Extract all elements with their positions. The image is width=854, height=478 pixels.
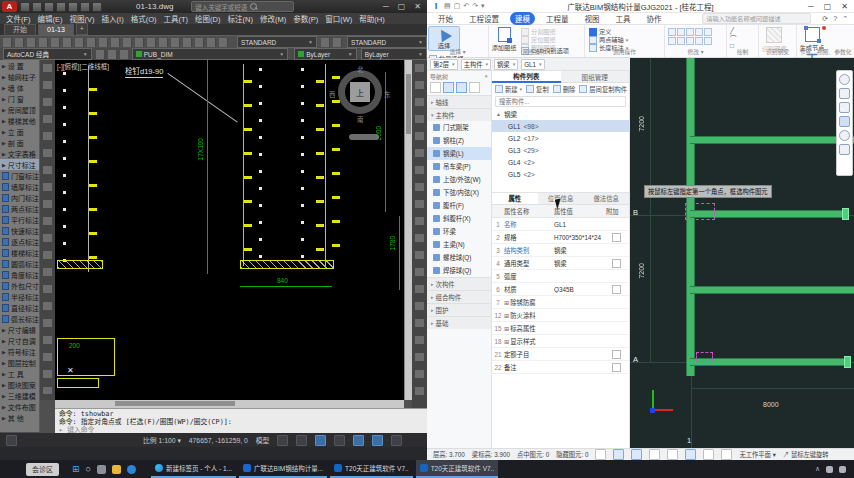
- palette-item[interactable]: ▶ 弧长标注: [0, 313, 39, 324]
- rotate-icon[interactable]: [839, 130, 850, 141]
- expand-icon[interactable]: ⊞: [504, 299, 509, 306]
- angle-snap-toggle[interactable]: [595, 449, 606, 460]
- snap-toggle[interactable]: [685, 449, 696, 460]
- orbit-icon[interactable]: [839, 74, 850, 85]
- component-search[interactable]: [495, 96, 626, 107]
- polar-toggle[interactable]: [334, 435, 345, 446]
- context-combo[interactable]: GL1▾: [521, 59, 544, 70]
- nav-item[interactable]: 螺栓球(Q): [427, 251, 491, 264]
- line-icon[interactable]: ╱: [730, 28, 755, 35]
- toolbar-icons[interactable]: [96, 50, 128, 59]
- close-button[interactable]: ✕: [414, 2, 421, 11]
- palette-item[interactable]: ▶ 内门标注: [0, 192, 39, 203]
- text-style-combo[interactable]: STANDARD▼: [347, 36, 427, 48]
- maximize-button[interactable]: ▢: [398, 2, 406, 11]
- start-button[interactable]: ⊞: [72, 464, 80, 474]
- snap-toggle[interactable]: [296, 435, 307, 446]
- palette-item[interactable]: ▶ 墙厚标注: [0, 181, 39, 192]
- viewcube-north[interactable]: 北: [357, 64, 364, 74]
- menu-item[interactable]: 格式(O): [131, 13, 157, 24]
- palette-item[interactable]: ▶ 房间屋顶: [0, 104, 39, 115]
- viewport-controls-label[interactable]: [-][俯视][二维线框]: [57, 61, 109, 71]
- palette-item[interactable]: ▶ 其 他: [0, 412, 39, 423]
- minimize-button[interactable]: ─: [383, 2, 389, 11]
- docked-toolbar-right[interactable]: [412, 60, 427, 408]
- property-row[interactable]: 6 ⊞材质 Q345B: [492, 283, 629, 296]
- palette-item[interactable]: ▶ 尺寸编辑: [0, 324, 39, 335]
- group-label[interactable]: 修改 ▾: [665, 47, 726, 56]
- orbit-toggle[interactable]: [631, 449, 642, 460]
- palette-item[interactable]: ▶ 图块图案: [0, 379, 39, 390]
- palette-item[interactable]: ▶ 外包尺寸: [0, 280, 39, 291]
- palette-item[interactable]: ▶ 门 窗: [0, 93, 39, 104]
- property-row[interactable]: 5 ⊞弧度: [492, 270, 629, 283]
- view-toolbar[interactable]: [836, 70, 853, 176]
- attach-checkbox[interactable]: [612, 259, 621, 268]
- palette-item[interactable]: ▶ 快速标注: [0, 225, 39, 236]
- attach-checkbox[interactable]: [612, 233, 621, 242]
- tray-expand-icon[interactable]: ∧: [815, 465, 820, 473]
- nav-section-collapsed[interactable]: ▸基础: [427, 316, 491, 329]
- titlebar-icons[interactable]: ⟳?⌃: [817, 15, 854, 23]
- nav-item[interactable]: 主梁(N): [427, 238, 491, 251]
- palette-item[interactable]: ▶ 文件布图: [0, 401, 39, 412]
- attach-checkbox[interactable]: [612, 363, 621, 372]
- autocad-drawing-area[interactable]: [-][俯视][二维线框] 栓钉d19-90 17X100 2000 1780 …: [55, 60, 404, 400]
- tab-sheet-manager[interactable]: 图纸管理: [561, 71, 630, 83]
- arc-toggle[interactable]: [721, 449, 732, 460]
- nav-item[interactable]: 门式刚架: [427, 121, 491, 134]
- ribbon-tab[interactable]: 工程设置: [464, 12, 504, 25]
- task-view-icon[interactable]: [97, 465, 106, 474]
- palette-item[interactable]: ▶ 立 面: [0, 126, 39, 137]
- menu-item[interactable]: 文件(F): [6, 13, 31, 24]
- menu-item[interactable]: 修改(M): [260, 13, 286, 24]
- menu-item[interactable]: 窗口(W): [325, 13, 352, 24]
- toolbar-icons[interactable]: [321, 38, 343, 47]
- nav-item[interactable]: 钢柱(Z): [427, 134, 491, 147]
- taskbar-app[interactable]: 广联达BIM钢结构计量...: [239, 460, 327, 478]
- osnap-toggle[interactable]: [353, 435, 364, 446]
- new-drawing-tab-button[interactable]: +: [76, 23, 88, 35]
- palette-item[interactable]: ▶ 平行标注: [0, 214, 39, 225]
- color-combo[interactable]: ByLayer▼: [294, 48, 357, 60]
- file-explorer-icon[interactable]: [112, 465, 121, 474]
- nav-item[interactable]: 环梁: [427, 225, 491, 238]
- docked-toolbar-left[interactable]: [40, 60, 55, 400]
- toolbar-icons[interactable]: [3, 38, 231, 47]
- property-value[interactable]: GL1: [554, 221, 606, 228]
- palette-item[interactable]: ▶ 角度标注: [0, 269, 39, 280]
- nav-section-collapsed[interactable]: ▸组合构件: [427, 290, 491, 303]
- viewcube-west[interactable]: 西: [329, 89, 336, 99]
- menu-item[interactable]: 工具(T): [164, 13, 189, 24]
- palette-item[interactable]: ▶ 三维建模: [0, 390, 39, 401]
- component-list-item[interactable]: GL2<17>: [492, 132, 629, 144]
- tab-properties[interactable]: 属性: [492, 193, 538, 205]
- component-list-item[interactable]: GL3<29>: [492, 144, 629, 156]
- workspace-combo[interactable]: AutoCAD 经典▼: [3, 48, 92, 60]
- sync-icon[interactable]: ⟳: [822, 15, 828, 23]
- ribbon-tab[interactable]: 工程量: [541, 12, 574, 25]
- customize-icon[interactable]: [6, 435, 17, 446]
- navigation-bar[interactable]: [349, 134, 379, 140]
- cross-toggle[interactable]: [649, 449, 660, 460]
- menu-item[interactable]: 编辑(E): [38, 13, 63, 24]
- viewcube-south[interactable]: 南: [357, 114, 364, 124]
- property-row[interactable]: 3 ⊞结构类别 钢梁: [492, 244, 629, 257]
- component-list-item[interactable]: GL4<2>: [492, 156, 629, 168]
- lineweight-toggle[interactable]: [391, 435, 402, 446]
- volume-icon[interactable]: [839, 466, 846, 473]
- palette-item[interactable]: ▶ 图层控制: [0, 357, 39, 368]
- component-toolbar-button[interactable]: 层间复制构件▾: [579, 85, 627, 94]
- tab-method-info[interactable]: 做法信息: [583, 193, 629, 205]
- dim-style-combo[interactable]: STANDARD▼: [237, 36, 317, 48]
- menu-item[interactable]: 标注(N): [228, 13, 253, 24]
- menu-item[interactable]: 插入(I): [102, 13, 124, 24]
- palette-item[interactable]: ▶ 半径标注: [0, 291, 39, 302]
- palette-item[interactable]: ▶ 两点标注: [0, 203, 39, 214]
- property-row[interactable]: 22 ⊞备注: [492, 361, 629, 374]
- aux-axis-button[interactable]: 两点辅轴▾: [589, 36, 628, 43]
- property-row[interactable]: 15 ⊞标高属性: [492, 322, 629, 335]
- workplane-combo[interactable]: 无工作平面 ▾: [739, 450, 775, 459]
- modify-tools-grid[interactable]: [665, 25, 726, 48]
- property-row[interactable]: 7 ⊞除锈防腐: [492, 296, 629, 309]
